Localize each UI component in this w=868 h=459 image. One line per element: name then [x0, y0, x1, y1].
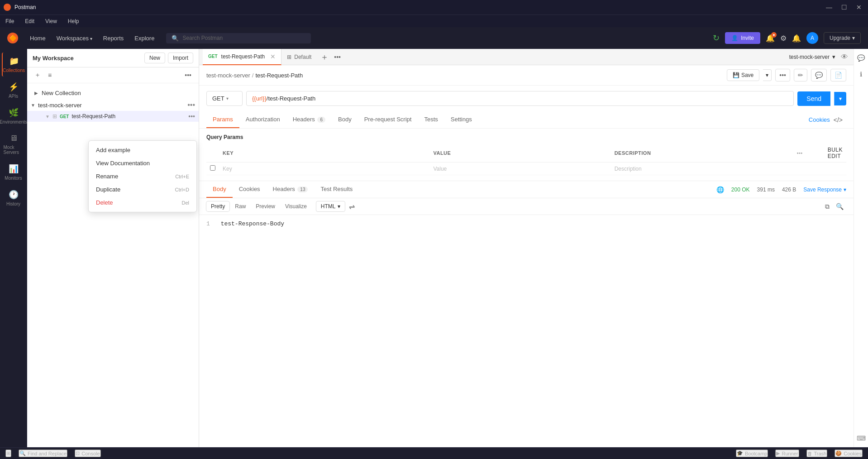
find-replace-button[interactable]: 🔍 Find and Replace [19, 449, 67, 457]
language-select[interactable]: HTML ▾ [316, 201, 345, 212]
res-tab-body[interactable]: Body [206, 181, 233, 198]
filter-icon[interactable]: ≡ [46, 71, 53, 80]
save-response-button[interactable]: Save Response ▾ [803, 186, 846, 193]
req-tab-prerequest[interactable]: Pre-request Script [358, 111, 418, 128]
edit-icon-button[interactable]: ✏ [794, 69, 807, 81]
cookies-bottom-button[interactable]: 🍪 Cookies [835, 449, 863, 457]
params-desc-input[interactable]: Description [611, 163, 793, 175]
request-item[interactable]: ▼ ⊞ GET test-Request-Path ••• [27, 111, 199, 122]
menu-help[interactable]: Help [66, 17, 81, 25]
avatar-icon[interactable]: A [806, 32, 818, 44]
format-visualize-button[interactable]: Visualize [281, 201, 311, 211]
dots-button[interactable]: ••• [775, 69, 790, 81]
req-tab-body[interactable]: Body [332, 111, 358, 128]
request-dots-icon[interactable]: ••• [188, 113, 195, 120]
menu-file[interactable]: File [4, 17, 16, 25]
code-snippet-icon[interactable]: </> [830, 116, 846, 124]
add-collection-icon[interactable]: ＋ [33, 70, 43, 80]
sidebar-item-mock-servers[interactable]: 🖥 Mock Servers [2, 130, 25, 158]
req-tab-settings[interactable]: Settings [444, 111, 478, 128]
app-logo-icon [4, 4, 11, 11]
panel-toggle-button[interactable]: ⊞ [5, 449, 11, 457]
res-tab-cookies[interactable]: Cookies [233, 181, 267, 198]
save-button[interactable]: 💾 Save [727, 69, 759, 81]
runner-icon: ▶ [776, 450, 780, 456]
url-input[interactable]: {{url}}/test-Request-Path [246, 91, 794, 106]
context-menu-duplicate[interactable]: Duplicate Ctrl+D [89, 183, 196, 196]
collection-dots-icon[interactable]: ••• [187, 101, 195, 109]
send-dropdown-button[interactable]: ▾ [834, 92, 846, 105]
new-collection-row[interactable]: ▶ New Collection [27, 87, 199, 99]
info-icon[interactable]: ℹ [858, 69, 864, 80]
search-input[interactable] [182, 35, 305, 41]
params-value-input[interactable]: Value [429, 163, 610, 175]
context-menu-rename[interactable]: Rename Ctrl+E [89, 170, 196, 183]
panel-dots-icon[interactable]: ••• [183, 71, 193, 80]
format-preview-button[interactable]: Preview [251, 201, 280, 211]
close-button[interactable]: ✕ [854, 3, 864, 12]
req-tab-headers[interactable]: Headers 6 [286, 111, 332, 128]
copy-response-icon[interactable]: ⧉ [822, 202, 832, 211]
sidebar-item-environments[interactable]: 🌿 Environments [2, 104, 25, 128]
req-tab-tests[interactable]: Tests [418, 111, 444, 128]
server-selector[interactable]: test-mock-server ▾ [789, 53, 839, 60]
tab-active-request[interactable]: GET test-Request-Path ✕ [203, 49, 281, 65]
sidebar-item-monitors[interactable]: 📊 Monitors [2, 160, 25, 184]
search-response-icon[interactable]: 🔍 [833, 202, 846, 211]
bell-icon[interactable]: 🔔 [792, 34, 801, 43]
format-raw-button[interactable]: Raw [230, 201, 250, 211]
runner-button[interactable]: ▶ Runner [775, 449, 799, 457]
search-bar[interactable]: 🔍 [166, 33, 311, 43]
upgrade-button[interactable]: Upgrade ▾ [824, 32, 861, 44]
bulk-edit-button[interactable]: Bulk Edit [828, 147, 843, 159]
menu-view[interactable]: View [43, 17, 59, 25]
cookies-link[interactable]: Cookies [809, 116, 830, 123]
bootcamp-button[interactable]: 🎓 Bootcamp [736, 449, 768, 457]
notification-icon[interactable]: 🔔 ● [766, 34, 775, 43]
tab-more-icon[interactable]: ••• [332, 53, 343, 61]
save-dropdown-button[interactable]: ▾ [763, 69, 772, 81]
nav-reports[interactable]: Reports [99, 32, 129, 44]
document-icon-button[interactable]: 📄 [830, 69, 846, 81]
minimize-button[interactable]: — [823, 3, 835, 12]
format-pretty-button[interactable]: Pretty [206, 201, 229, 211]
breadcrumb-server[interactable]: test-mock-server [206, 72, 250, 79]
new-button[interactable]: New [144, 53, 165, 63]
sidebar-item-apis[interactable]: ⚡ APIs [2, 78, 25, 102]
import-button[interactable]: Import [168, 53, 193, 63]
context-menu-add-example[interactable]: Add example [89, 143, 196, 157]
req-tab-params[interactable]: Params [206, 111, 239, 128]
menu-edit[interactable]: Edit [23, 17, 36, 25]
nav-workspaces[interactable]: Workspaces [52, 32, 97, 44]
method-select[interactable]: GET ▾ [206, 91, 243, 106]
sidebar-item-collections[interactable]: 📁 Collections [2, 53, 25, 76]
context-menu-view-docs[interactable]: View Documentation [89, 157, 196, 170]
maximize-button[interactable]: ☐ [839, 3, 850, 12]
response-body: 1 test-Response-Body [199, 215, 854, 447]
eye-icon[interactable]: 👁 [839, 52, 850, 62]
tab-add-icon[interactable]: ＋ [317, 52, 332, 62]
res-tab-test-results[interactable]: Test Results [314, 181, 359, 198]
params-key-input[interactable]: Key [219, 163, 429, 175]
nav-explore[interactable]: Explore [130, 32, 159, 44]
nav-home[interactable]: Home [25, 32, 50, 44]
sync-icon[interactable]: ↻ [713, 33, 720, 43]
invite-button[interactable]: 👤 Invite [725, 32, 760, 44]
settings-icon[interactable]: ⚙ [780, 34, 787, 43]
console-button[interactable]: ⊡ Console [75, 449, 100, 457]
keyboard-shortcuts-icon[interactable]: ⌨ [855, 433, 868, 444]
context-menu-delete[interactable]: Delete Del [89, 196, 196, 209]
tab-default[interactable]: ⊞ Default [281, 49, 317, 65]
sidebar-item-history[interactable]: 🕐 History [2, 186, 25, 210]
send-button[interactable]: Send [797, 91, 830, 106]
wrap-lines-icon[interactable]: ⇌ [346, 201, 358, 212]
trash-button[interactable]: 🗑 Trash [806, 449, 828, 457]
req-tab-authorization[interactable]: Authorization [239, 111, 286, 128]
tab-close-icon[interactable]: ✕ [270, 53, 276, 60]
comment-icon-button[interactable]: 💬 [811, 69, 827, 81]
comments-panel-icon[interactable]: 💬 [855, 53, 867, 63]
row-checkbox[interactable] [210, 165, 215, 171]
collection-expand-icon[interactable]: ▼ [31, 103, 35, 108]
res-tab-headers[interactable]: Headers 13 [267, 181, 315, 198]
collection-header[interactable]: ▼ test-mock-server ••• [27, 99, 199, 111]
